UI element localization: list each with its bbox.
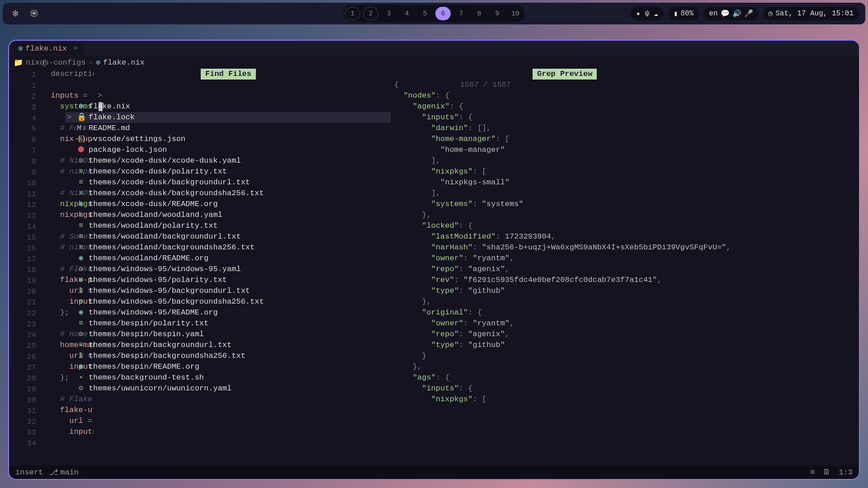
code-body[interactable]: description = inputs = { systems.url # F… <box>42 69 859 465</box>
picker-item[interactable]: ≡themes/windows-95/polarity.txt <box>65 275 391 286</box>
workspace-1[interactable]: 1 <box>345 7 360 20</box>
nixos-icon[interactable]: ❄ <box>9 7 22 20</box>
file-type-icon: ≡ <box>77 242 85 253</box>
picker-item-label: themes/xcode-dusk/backgroundurl.txt <box>89 177 250 188</box>
nix-file-icon: ❄ <box>18 44 23 53</box>
preview-line: "inputs": { <box>394 383 854 394</box>
workspace-3[interactable]: 3 <box>381 7 396 20</box>
workspace-7[interactable]: 7 <box>453 7 469 20</box>
file-type-icon: ⚙ <box>77 329 85 340</box>
picker-item[interactable]: ⬢package-lock.json <box>65 145 391 155</box>
picker-item[interactable]: ≡themes/windows-95/backgroundurl.txt <box>65 286 391 296</box>
picker-item[interactable]: ◉themes/windows-95/README.org <box>65 307 391 318</box>
picker-item[interactable]: ⚙themes/bespin/bespin.yaml <box>65 329 391 340</box>
tab-flake-nix[interactable]: ❄ flake.nix × <box>13 42 83 55</box>
file-type-icon: ≡ <box>77 286 85 296</box>
picker-item[interactable]: M↓README.md <box>65 123 391 134</box>
breadcrumb: 📁 nixos-configs › ❄ flake.nix <box>9 56 859 69</box>
psi-icon[interactable]: ψ <box>645 9 650 18</box>
battery-indicator[interactable]: ▮ 80% <box>668 7 699 20</box>
workspace-8[interactable]: 8 <box>472 7 487 20</box>
picker-item[interactable]: ≡themes/bespin/backgroundsha256.txt <box>65 351 391 361</box>
picker-item-label: themes/windows-95/README.org <box>89 307 218 318</box>
picker-item[interactable]: ⚙themes/xcode-dusk/xcode-dusk.yaml <box>65 155 391 166</box>
workspace-10[interactable]: 10 <box>508 7 523 20</box>
discord-icon[interactable]: ☁ <box>654 9 658 18</box>
picker-item-label: themes/windows-95/backgroundsha256.txt <box>89 296 264 307</box>
picker-item-label: themes/background-test.sh <box>89 372 204 383</box>
file-type-icon: ⚙ <box>77 210 85 221</box>
preview-line: }, <box>394 210 854 221</box>
workspace-9[interactable]: 9 <box>490 7 505 20</box>
picker-item[interactable]: >🔒flake.lock <box>65 112 391 123</box>
tab-label: flake.nix <box>25 44 67 53</box>
preview-line: { <box>394 80 854 90</box>
picker-item[interactable]: ▪themes/background-test.sh <box>65 372 391 383</box>
selection-marker: > <box>67 112 73 123</box>
picker-item[interactable]: ⚙themes/windows-95/windows-95.yaml <box>65 264 391 275</box>
picker-item[interactable]: ≡themes/woodland/backgroundsha256.txt <box>65 242 391 253</box>
breadcrumb-folder[interactable]: nixos-configs <box>26 58 86 67</box>
file-type-icon: ◉ <box>77 307 85 318</box>
picker-item[interactable]: ≡themes/xcode-dusk/polarity.txt <box>65 166 391 177</box>
picker-item[interactable]: ≡themes/woodland/polarity.txt <box>65 221 391 231</box>
picker-item-label: themes/windows-95/polarity.txt <box>89 275 227 286</box>
line-gutter: 1123456789101112131415161718192021222324… <box>9 69 42 465</box>
file-type-icon: ≡ <box>77 231 85 242</box>
wifi-icon[interactable]: ⬥ <box>636 9 641 18</box>
picker-item[interactable]: ≡themes/xcode-dusk/backgroundsha256.txt <box>65 188 391 199</box>
tab-bar: ❄ flake.nix × <box>9 41 859 56</box>
picker-item-label: themes/xcode-dusk/polarity.txt <box>89 166 227 177</box>
file-type-icon: ≡ <box>77 166 85 177</box>
file-type-icon: ≡ <box>77 177 85 188</box>
picker-item[interactable]: ≡themes/bespin/backgroundurl.txt <box>65 340 391 351</box>
picker-item[interactable]: ≡themes/xcode-dusk/backgroundurl.txt <box>65 177 391 188</box>
picker-item-label: themes/xcode-dusk/backgroundsha256.txt <box>89 188 264 199</box>
workspace-2[interactable]: 2 <box>363 7 378 20</box>
picker-item[interactable]: ◉themes/woodland/README.org <box>65 253 391 264</box>
top-bar: ❄ ֍ 12345678910 ⬥ ψ ☁ ▮ 80% en 💬 🔊 🎤 ◷ S… <box>3 3 865 24</box>
picker-item-label: themes/woodland/woodland.yaml <box>89 210 222 221</box>
file-type-icon: ≡ <box>77 296 85 307</box>
picker-item[interactable]: ◉themes/xcode-dusk/README.org <box>65 199 391 210</box>
picker-item[interactable]: ⚙themes/uwunicorn/uwunicorn.yaml <box>65 383 391 394</box>
picker-item[interactable]: ≡themes/bespin/polarity.txt <box>65 318 391 329</box>
workspace-6[interactable]: 6 <box>435 7 451 20</box>
cursor-position: 1:3 <box>839 468 853 477</box>
file-type-icon: ◉ <box>77 199 85 210</box>
clock[interactable]: ◷ Sat, 17 Aug, 15:01 <box>763 7 859 20</box>
preview-line: "nixpkgs-small" <box>394 177 854 188</box>
picker-item[interactable]: {}.vscode/settings.json <box>65 134 391 145</box>
picker-item[interactable]: ❄flake.nix <box>65 101 391 112</box>
picker-item[interactable]: ≡themes/woodland/backgroundurl.txt <box>65 231 391 242</box>
breadcrumb-file[interactable]: flake.nix <box>103 58 145 67</box>
picker-item[interactable]: ⚙themes/woodland/woodland.yaml <box>65 210 391 221</box>
preview-line: "locked": { <box>394 221 854 231</box>
picker-item-label: themes/xcode-dusk/README.org <box>89 199 218 210</box>
preview-line: ], <box>394 188 854 199</box>
file-type-icon: ≡ <box>77 340 85 351</box>
openai-icon[interactable]: ֍ <box>28 7 41 20</box>
close-icon[interactable]: × <box>73 44 78 53</box>
branch-icon: ⎇ <box>49 468 58 477</box>
find-files-header: Find Files <box>201 69 256 80</box>
preview-line: }, <box>394 296 854 307</box>
indent-icon[interactable]: ≡ <box>810 468 815 477</box>
picker-item[interactable]: ≡themes/windows-95/backgroundsha256.txt <box>65 296 391 307</box>
battery-icon: ▮ <box>674 9 678 18</box>
preview-line: "narHash": "sha256-b+uqzj+Wa6xgMS9aNbX4I… <box>394 242 854 253</box>
preview-line: "inputs": { <box>394 112 854 123</box>
clock-icon: ◷ <box>769 9 773 18</box>
file-type-icon: ≡ <box>77 221 85 231</box>
chat-icon: 💬 <box>721 9 730 18</box>
picker-item-label: .vscode/settings.json <box>89 134 185 145</box>
language-indicator[interactable]: en 💬 🔊 🎤 <box>703 7 758 20</box>
workspace-4[interactable]: 4 <box>399 7 415 20</box>
grep-preview-header: Grep Preview <box>533 69 597 80</box>
file-icon[interactable]: 🗎 <box>823 468 830 477</box>
picker-item[interactable]: ◉themes/bespin/README.org <box>65 361 391 372</box>
picker-item-label: themes/woodland/README.org <box>89 253 208 264</box>
workspace-5[interactable]: 5 <box>417 7 433 20</box>
preview-line: } <box>394 351 854 361</box>
battery-percent: 80% <box>681 9 694 18</box>
